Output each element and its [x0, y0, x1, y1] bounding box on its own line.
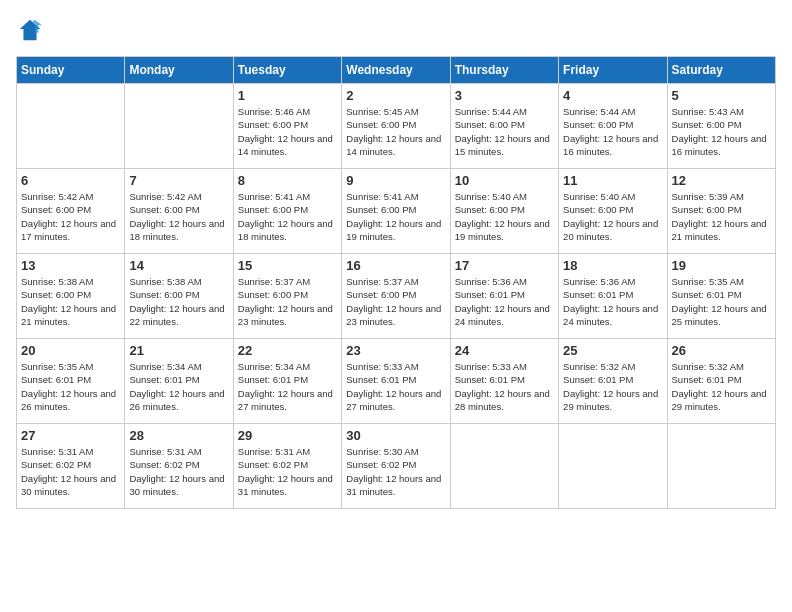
day-number: 18 — [563, 258, 662, 273]
weekday-header-tuesday: Tuesday — [233, 57, 341, 84]
calendar-cell: 3Sunrise: 5:44 AM Sunset: 6:00 PM Daylig… — [450, 84, 558, 169]
day-info: Sunrise: 5:41 AM Sunset: 6:00 PM Dayligh… — [346, 190, 445, 243]
calendar-cell: 24Sunrise: 5:33 AM Sunset: 6:01 PM Dayli… — [450, 339, 558, 424]
day-info: Sunrise: 5:37 AM Sunset: 6:00 PM Dayligh… — [346, 275, 445, 328]
day-info: Sunrise: 5:43 AM Sunset: 6:00 PM Dayligh… — [672, 105, 771, 158]
weekday-header-wednesday: Wednesday — [342, 57, 450, 84]
calendar-cell: 18Sunrise: 5:36 AM Sunset: 6:01 PM Dayli… — [559, 254, 667, 339]
calendar-cell: 1Sunrise: 5:46 AM Sunset: 6:00 PM Daylig… — [233, 84, 341, 169]
day-info: Sunrise: 5:41 AM Sunset: 6:00 PM Dayligh… — [238, 190, 337, 243]
day-number: 22 — [238, 343, 337, 358]
week-row-4: 20Sunrise: 5:35 AM Sunset: 6:01 PM Dayli… — [17, 339, 776, 424]
day-info: Sunrise: 5:33 AM Sunset: 6:01 PM Dayligh… — [455, 360, 554, 413]
day-number: 8 — [238, 173, 337, 188]
calendar-cell: 20Sunrise: 5:35 AM Sunset: 6:01 PM Dayli… — [17, 339, 125, 424]
calendar-cell: 15Sunrise: 5:37 AM Sunset: 6:00 PM Dayli… — [233, 254, 341, 339]
day-info: Sunrise: 5:38 AM Sunset: 6:00 PM Dayligh… — [21, 275, 120, 328]
day-number: 27 — [21, 428, 120, 443]
calendar-cell: 16Sunrise: 5:37 AM Sunset: 6:00 PM Dayli… — [342, 254, 450, 339]
week-row-1: 1Sunrise: 5:46 AM Sunset: 6:00 PM Daylig… — [17, 84, 776, 169]
calendar-cell: 2Sunrise: 5:45 AM Sunset: 6:00 PM Daylig… — [342, 84, 450, 169]
day-info: Sunrise: 5:37 AM Sunset: 6:00 PM Dayligh… — [238, 275, 337, 328]
calendar-cell: 13Sunrise: 5:38 AM Sunset: 6:00 PM Dayli… — [17, 254, 125, 339]
day-info: Sunrise: 5:42 AM Sunset: 6:00 PM Dayligh… — [21, 190, 120, 243]
calendar-cell: 8Sunrise: 5:41 AM Sunset: 6:00 PM Daylig… — [233, 169, 341, 254]
weekday-header-monday: Monday — [125, 57, 233, 84]
calendar-cell: 12Sunrise: 5:39 AM Sunset: 6:00 PM Dayli… — [667, 169, 775, 254]
calendar-cell: 23Sunrise: 5:33 AM Sunset: 6:01 PM Dayli… — [342, 339, 450, 424]
day-number: 17 — [455, 258, 554, 273]
calendar-cell: 22Sunrise: 5:34 AM Sunset: 6:01 PM Dayli… — [233, 339, 341, 424]
calendar-table: SundayMondayTuesdayWednesdayThursdayFrid… — [16, 56, 776, 509]
page-header — [16, 16, 776, 44]
week-row-3: 13Sunrise: 5:38 AM Sunset: 6:00 PM Dayli… — [17, 254, 776, 339]
week-row-5: 27Sunrise: 5:31 AM Sunset: 6:02 PM Dayli… — [17, 424, 776, 509]
day-number: 2 — [346, 88, 445, 103]
calendar-cell: 26Sunrise: 5:32 AM Sunset: 6:01 PM Dayli… — [667, 339, 775, 424]
weekday-header-row: SundayMondayTuesdayWednesdayThursdayFrid… — [17, 57, 776, 84]
day-info: Sunrise: 5:32 AM Sunset: 6:01 PM Dayligh… — [563, 360, 662, 413]
day-number: 12 — [672, 173, 771, 188]
calendar-cell: 30Sunrise: 5:30 AM Sunset: 6:02 PM Dayli… — [342, 424, 450, 509]
day-number: 28 — [129, 428, 228, 443]
weekday-header-saturday: Saturday — [667, 57, 775, 84]
calendar-cell: 29Sunrise: 5:31 AM Sunset: 6:02 PM Dayli… — [233, 424, 341, 509]
weekday-header-friday: Friday — [559, 57, 667, 84]
day-number: 7 — [129, 173, 228, 188]
day-info: Sunrise: 5:35 AM Sunset: 6:01 PM Dayligh… — [21, 360, 120, 413]
day-number: 1 — [238, 88, 337, 103]
day-info: Sunrise: 5:34 AM Sunset: 6:01 PM Dayligh… — [129, 360, 228, 413]
calendar-cell: 28Sunrise: 5:31 AM Sunset: 6:02 PM Dayli… — [125, 424, 233, 509]
logo-icon — [16, 16, 44, 44]
day-info: Sunrise: 5:40 AM Sunset: 6:00 PM Dayligh… — [563, 190, 662, 243]
calendar-cell: 10Sunrise: 5:40 AM Sunset: 6:00 PM Dayli… — [450, 169, 558, 254]
day-number: 9 — [346, 173, 445, 188]
day-number: 19 — [672, 258, 771, 273]
calendar-cell — [125, 84, 233, 169]
day-number: 14 — [129, 258, 228, 273]
calendar-cell: 7Sunrise: 5:42 AM Sunset: 6:00 PM Daylig… — [125, 169, 233, 254]
weekday-header-thursday: Thursday — [450, 57, 558, 84]
day-number: 20 — [21, 343, 120, 358]
day-info: Sunrise: 5:45 AM Sunset: 6:00 PM Dayligh… — [346, 105, 445, 158]
weekday-header-sunday: Sunday — [17, 57, 125, 84]
day-info: Sunrise: 5:31 AM Sunset: 6:02 PM Dayligh… — [238, 445, 337, 498]
logo — [16, 16, 48, 44]
day-info: Sunrise: 5:35 AM Sunset: 6:01 PM Dayligh… — [672, 275, 771, 328]
day-number: 24 — [455, 343, 554, 358]
day-number: 3 — [455, 88, 554, 103]
calendar-cell: 27Sunrise: 5:31 AM Sunset: 6:02 PM Dayli… — [17, 424, 125, 509]
day-info: Sunrise: 5:31 AM Sunset: 6:02 PM Dayligh… — [21, 445, 120, 498]
day-info: Sunrise: 5:39 AM Sunset: 6:00 PM Dayligh… — [672, 190, 771, 243]
calendar-cell: 14Sunrise: 5:38 AM Sunset: 6:00 PM Dayli… — [125, 254, 233, 339]
day-number: 30 — [346, 428, 445, 443]
calendar-cell: 9Sunrise: 5:41 AM Sunset: 6:00 PM Daylig… — [342, 169, 450, 254]
calendar-cell: 21Sunrise: 5:34 AM Sunset: 6:01 PM Dayli… — [125, 339, 233, 424]
day-info: Sunrise: 5:40 AM Sunset: 6:00 PM Dayligh… — [455, 190, 554, 243]
day-number: 15 — [238, 258, 337, 273]
week-row-2: 6Sunrise: 5:42 AM Sunset: 6:00 PM Daylig… — [17, 169, 776, 254]
day-number: 10 — [455, 173, 554, 188]
day-info: Sunrise: 5:32 AM Sunset: 6:01 PM Dayligh… — [672, 360, 771, 413]
day-info: Sunrise: 5:36 AM Sunset: 6:01 PM Dayligh… — [563, 275, 662, 328]
calendar-cell: 25Sunrise: 5:32 AM Sunset: 6:01 PM Dayli… — [559, 339, 667, 424]
day-number: 26 — [672, 343, 771, 358]
day-info: Sunrise: 5:36 AM Sunset: 6:01 PM Dayligh… — [455, 275, 554, 328]
day-info: Sunrise: 5:31 AM Sunset: 6:02 PM Dayligh… — [129, 445, 228, 498]
calendar-cell: 11Sunrise: 5:40 AM Sunset: 6:00 PM Dayli… — [559, 169, 667, 254]
day-number: 16 — [346, 258, 445, 273]
calendar-cell — [667, 424, 775, 509]
calendar-cell: 19Sunrise: 5:35 AM Sunset: 6:01 PM Dayli… — [667, 254, 775, 339]
day-info: Sunrise: 5:33 AM Sunset: 6:01 PM Dayligh… — [346, 360, 445, 413]
day-info: Sunrise: 5:30 AM Sunset: 6:02 PM Dayligh… — [346, 445, 445, 498]
day-number: 21 — [129, 343, 228, 358]
calendar-cell: 17Sunrise: 5:36 AM Sunset: 6:01 PM Dayli… — [450, 254, 558, 339]
day-number: 5 — [672, 88, 771, 103]
calendar-cell: 4Sunrise: 5:44 AM Sunset: 6:00 PM Daylig… — [559, 84, 667, 169]
day-number: 25 — [563, 343, 662, 358]
day-info: Sunrise: 5:38 AM Sunset: 6:00 PM Dayligh… — [129, 275, 228, 328]
day-info: Sunrise: 5:42 AM Sunset: 6:00 PM Dayligh… — [129, 190, 228, 243]
day-info: Sunrise: 5:46 AM Sunset: 6:00 PM Dayligh… — [238, 105, 337, 158]
calendar-cell — [450, 424, 558, 509]
day-number: 11 — [563, 173, 662, 188]
